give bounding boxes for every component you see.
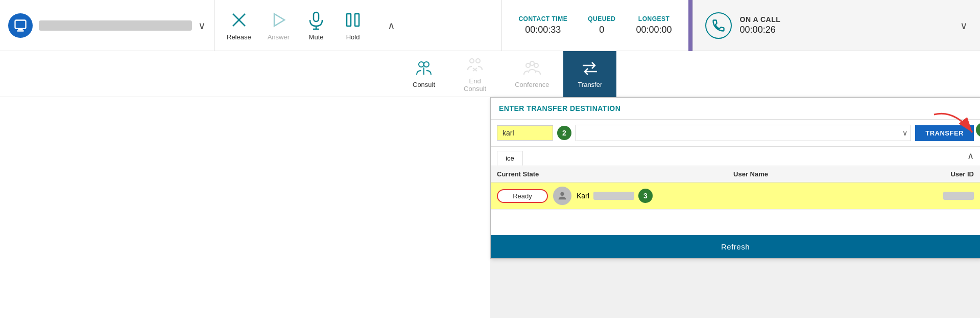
svg-rect-2 <box>17 30 24 31</box>
svg-rect-1 <box>18 28 22 30</box>
stat-queued-value: 0 <box>599 25 604 35</box>
transfer-submit-button[interactable]: TRANSFER <box>915 125 974 141</box>
stat-queued-label: QUEUED <box>588 15 615 22</box>
step2-badge: 2 <box>557 126 571 140</box>
collapse-up-arrow[interactable]: ∧ <box>967 150 974 162</box>
stat-queued: QUEUED 0 <box>588 15 615 35</box>
answer-label: Answer <box>268 33 290 41</box>
stat-contact-time-value: 00:00:33 <box>525 25 561 35</box>
consult-button[interactable]: Consult <box>398 51 449 97</box>
mute-button[interactable]: Mute <box>306 10 326 41</box>
agent-name <box>39 20 192 31</box>
user-id-blurred <box>943 192 974 200</box>
on-call-section: ON A CALL 00:00:26 ∨ <box>692 0 980 51</box>
svg-point-14 <box>470 59 474 63</box>
consult-label: Consult <box>413 81 435 88</box>
user-name-karl: Karl <box>577 192 589 200</box>
table-row[interactable]: Ready Karl 3 <box>491 183 980 210</box>
user-name-area: Karl 3 <box>577 189 943 203</box>
transfer-search-input[interactable] <box>497 125 553 141</box>
transfer-label: Transfer <box>578 81 602 88</box>
hold-label: Hold <box>346 33 360 41</box>
conference-label: Conference <box>515 81 549 88</box>
tabs-row: ice ∧ <box>491 147 980 166</box>
dropdown-arrow-icon: ∨ <box>902 129 907 137</box>
agent-dropdown-arrow[interactable]: ∨ <box>198 19 206 32</box>
svg-point-24 <box>560 192 564 196</box>
svg-rect-10 <box>355 14 359 26</box>
agent-avatar <box>8 13 33 38</box>
mute-label: Mute <box>309 33 324 41</box>
svg-rect-0 <box>15 20 26 28</box>
end-consult-label: End Consult <box>464 77 486 93</box>
refresh-button[interactable]: Refresh <box>491 235 980 258</box>
tab-ice[interactable]: ice <box>497 151 523 166</box>
step4-badge: 4 <box>976 123 980 137</box>
user-avatar <box>553 187 571 205</box>
conference-button[interactable]: Conference <box>500 51 563 97</box>
th-current-state: Current State <box>497 170 589 178</box>
svg-marker-5 <box>274 14 284 26</box>
stat-longest: LONGEST 00:00:00 <box>636 15 672 35</box>
svg-point-12 <box>424 62 429 67</box>
on-call-time: 00:00:26 <box>740 25 781 35</box>
release-button[interactable]: Release <box>227 10 251 41</box>
svg-point-11 <box>419 62 424 67</box>
action-row: Consult End Consult Conference <box>0 51 980 97</box>
hold-button[interactable]: Hold <box>343 10 363 41</box>
empty-row <box>491 210 980 235</box>
svg-rect-6 <box>314 12 319 21</box>
on-call-label: ON A CALL <box>740 15 781 24</box>
stats-section: CONTACT TIME 00:00:33 QUEUED 0 LONGEST 0… <box>501 0 688 51</box>
left-panel <box>0 97 490 318</box>
purple-bar <box>688 0 692 51</box>
release-label: Release <box>227 33 251 41</box>
stat-longest-value: 00:00:00 <box>636 25 672 35</box>
ready-state-badge: Ready <box>497 189 548 203</box>
main-area: ENTER TRANSFER DESTINATION 2 ∨ TRANSFER … <box>0 97 980 318</box>
svg-point-15 <box>476 59 480 63</box>
phone-icon <box>705 12 732 39</box>
transfer-header: ENTER TRANSFER DESTINATION <box>491 98 980 120</box>
stat-contact-time: CONTACT TIME 00:00:33 <box>518 15 567 35</box>
transfer-destination-dropdown[interactable]: ∨ <box>576 125 911 141</box>
table-header: Current State User Name User ID <box>491 166 980 183</box>
user-name-blurred <box>593 192 634 200</box>
transfer-input-row: 2 ∨ TRANSFER 4 <box>491 120 980 147</box>
transfer-header-text: ENTER TRANSFER DESTINATION <box>499 104 620 112</box>
stat-contact-time-label: CONTACT TIME <box>518 15 567 22</box>
agent-section: ∨ <box>0 0 214 51</box>
stat-longest-label: LONGEST <box>638 15 670 22</box>
th-user-id: User ID <box>913 170 974 178</box>
svg-point-19 <box>534 63 538 67</box>
answer-button[interactable]: Answer <box>268 10 290 41</box>
svg-point-18 <box>526 63 530 67</box>
agent-table: Current State User Name User ID Ready Ka… <box>491 166 980 235</box>
svg-point-20 <box>530 61 534 65</box>
call-controls: Release Answer Mute Hold <box>214 10 501 41</box>
transfer-panel: ENTER TRANSFER DESTINATION 2 ∨ TRANSFER … <box>490 97 980 259</box>
svg-rect-9 <box>347 14 351 26</box>
transfer-button[interactable]: Transfer <box>563 51 616 97</box>
on-call-dropdown[interactable]: ∨ <box>960 19 968 32</box>
end-consult-button[interactable]: End Consult <box>449 51 500 97</box>
main-toolbar: ∨ Release Answer Mute <box>0 0 980 51</box>
step3-badge: 3 <box>638 189 653 203</box>
on-call-info: ON A CALL 00:00:26 <box>740 15 781 35</box>
collapse-arrow[interactable]: ∧ <box>379 19 403 32</box>
th-user-name: User Name <box>589 170 913 178</box>
